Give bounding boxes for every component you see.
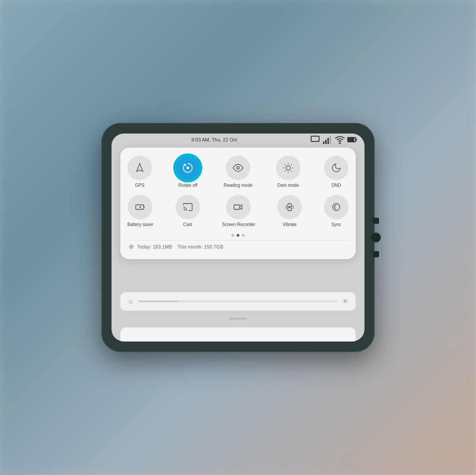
battery-saver-tile[interactable]: Battery saver [127,195,153,227]
rotate-icon [182,163,193,173]
reading-label: Reading mode [223,183,252,188]
battery-saver-circle [128,195,152,219]
dot-1[interactable] [231,234,234,237]
sync-tile[interactable]: Sync [324,195,349,227]
screen-recorder-tile[interactable]: Screen Recorder [222,195,256,227]
data-today: Today: 183.1MB This month: 150.7GB [137,244,223,249]
brightness-fill [138,301,178,302]
vibrate-tile[interactable]: Vibrate [277,195,302,227]
svg-point-31 [289,207,290,208]
vibrate-circle [277,195,302,219]
svg-point-10 [286,166,290,170]
dark-label: Dark mode [277,183,299,188]
gps-tile-circle [127,156,152,180]
cast-tile[interactable]: Cast [175,195,200,227]
battery-saver-label: Battery saver [127,222,153,227]
rotate-tile[interactable]: Rotate off [175,156,200,188]
pagination-dots [127,234,349,237]
vibrate-label: Vibrate [283,222,297,227]
brightness-bar: ☼ ☀ [120,292,356,311]
side-button-square[interactable] [373,251,379,257]
svg-rect-0 [311,136,319,141]
svg-point-5 [339,143,340,144]
phone-frame: 9:03 AM, Thu, 22 Oct [101,123,375,352]
recorder-icon [233,202,244,212]
svg-point-9 [237,167,239,169]
brightness-low-icon: ☼ [127,297,134,305]
battery-status-icon [347,134,357,145]
dnd-tile-circle [324,156,349,180]
phone-side-buttons [371,218,381,257]
cast-circle [175,195,200,219]
side-button-circle[interactable] [371,233,381,242]
sync-label: Sync [331,222,341,227]
brightness-high-icon: ☀ [342,297,349,306]
wifi-icon [335,134,345,145]
svg-rect-2 [325,140,327,144]
svg-line-14 [291,171,291,171]
status-bar: 9:03 AM, Thu, 22 Oct [112,134,364,146]
dnd-tile[interactable]: DND [324,156,349,188]
svg-point-32 [333,204,340,211]
svg-rect-3 [327,138,329,144]
screen-recorder-circle [226,195,251,219]
rotate-label: Rotate off [178,183,197,188]
cast-label: Cast [183,222,193,227]
battery-saver-icon [135,202,145,212]
moon-icon [331,163,342,173]
dot-2[interactable] [237,234,239,237]
screen-icon [310,134,320,145]
bottom-card [120,327,356,341]
quick-settings-panel: GPS Rotate off [120,148,356,259]
eye-icon [233,163,243,173]
status-icons [310,134,357,145]
dnd-label: DND [331,183,341,188]
vibrate-icon [284,202,295,212]
svg-line-13 [285,164,285,165]
brightness-track[interactable] [138,301,337,302]
svg-line-17 [285,171,285,171]
svg-line-18 [291,164,291,165]
phone-screen: 9:03 AM, Thu, 22 Oct [112,134,364,341]
status-time: 9:03 AM, Thu, 22 Oct [119,137,310,142]
tiles-row-1: GPS Rotate off [127,156,349,188]
svg-rect-1 [323,141,324,144]
data-usage-row: Today: 183.1MB This month: 150.7GB [127,240,349,253]
screen-recorder-label: Screen Recorder [222,222,256,227]
sync-icon [331,202,342,212]
dark-tile-circle [276,156,301,180]
svg-point-8 [186,167,189,169]
drag-handle[interactable] [229,318,247,319]
gps-icon [134,163,145,173]
dark-icon [283,163,294,173]
signal-icon [322,134,333,145]
reading-tile-circle [226,156,250,180]
dot-3[interactable] [242,234,245,237]
cast-icon [182,202,193,212]
sync-circle [324,195,349,219]
tiles-row-2: Battery saver Cast [127,195,349,227]
svg-rect-7 [348,138,354,141]
svg-rect-4 [330,136,331,144]
dark-tile[interactable]: Dark mode [276,156,301,188]
reading-tile[interactable]: Reading mode [223,156,252,188]
rotate-tile-circle [175,156,200,180]
gps-tile[interactable]: GPS [127,156,152,188]
gps-label: GPS [135,183,144,188]
svg-rect-23 [234,205,240,209]
side-button-back[interactable] [373,218,379,224]
data-dot [129,245,134,249]
